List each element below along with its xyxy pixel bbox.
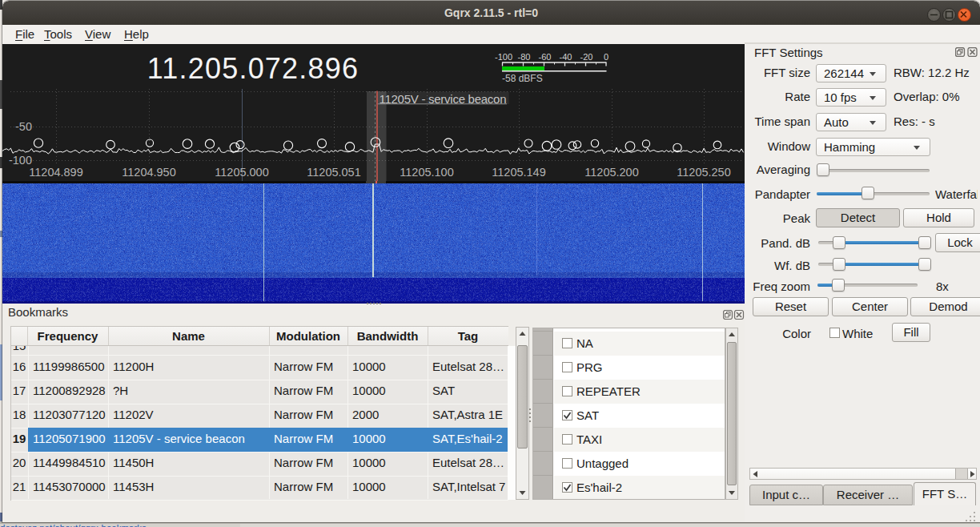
- svg-text:-50: -50: [15, 120, 32, 133]
- svg-text:11204.899: 11204.899: [29, 166, 82, 179]
- svg-text:11205.000: 11205.000: [215, 166, 268, 179]
- svg-text:-80: -80: [518, 52, 531, 62]
- svg-text:0: 0: [604, 52, 608, 62]
- svg-text:11205.200: 11205.200: [584, 166, 638, 179]
- svg-text:11205V - service beacon: 11205V - service beacon: [380, 92, 507, 106]
- svg-text:-40: -40: [560, 52, 572, 62]
- svg-text:11205.149: 11205.149: [492, 166, 545, 179]
- svg-text:11205.250: 11205.250: [677, 166, 730, 179]
- svg-text:11204.950: 11204.950: [122, 166, 175, 179]
- svg-text:-20: -20: [580, 52, 593, 62]
- svg-text:-100: -100: [495, 52, 512, 62]
- svg-text:-60: -60: [539, 52, 552, 62]
- svg-text:11205.051: 11205.051: [307, 166, 360, 179]
- svg-text:-100: -100: [9, 154, 32, 167]
- svg-text:-58 dBFS: -58 dBFS: [502, 73, 543, 84]
- svg-text:11205.100: 11205.100: [400, 166, 453, 179]
